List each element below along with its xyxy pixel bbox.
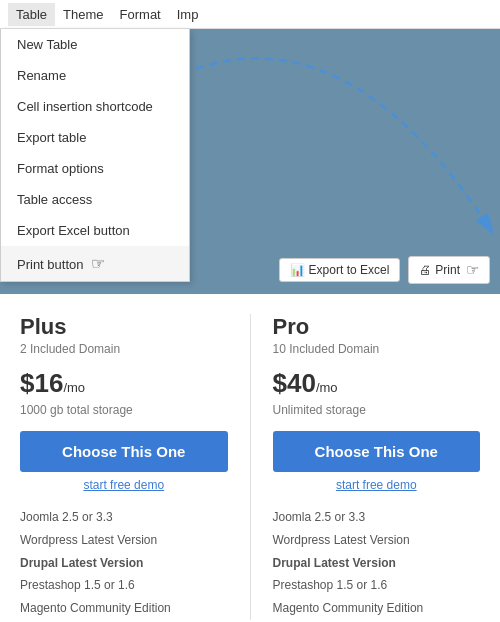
plan-pro-demo-link[interactable]: start free demo (273, 478, 481, 492)
plan-plus-included: 2 Included Domain (20, 342, 228, 356)
print-cursor-icon: ☞ (466, 261, 479, 279)
feature-item: Joomla 2.5 or 3.3 (20, 506, 228, 529)
plan-pro-price-row: $40/mo (273, 368, 481, 399)
plan-pro-name: Pro (273, 314, 481, 340)
plan-plus-card: Plus 2 Included Domain $16/mo 1000 gb to… (20, 314, 228, 620)
plan-pro-storage: Unlimited storage (273, 403, 481, 417)
plan-pro-features: Joomla 2.5 or 3.3 Wordpress Latest Versi… (273, 506, 481, 620)
plan-plus-price-row: $16/mo (20, 368, 228, 399)
menu-item-format-options[interactable]: Format options (1, 153, 189, 184)
print-icon: 🖨 (419, 263, 431, 277)
feature-item: Wordpress Latest Version (20, 529, 228, 552)
menu-format[interactable]: Format (112, 3, 169, 26)
menu-bar: Table Theme Format Imp (0, 0, 500, 29)
plan-pro-period: /mo (316, 380, 338, 395)
feature-item: Wordpress Latest Version (273, 529, 481, 552)
menu-item-rename[interactable]: Rename (1, 60, 189, 91)
plan-plus-features: Joomla 2.5 or 3.3 Wordpress Latest Versi… (20, 506, 228, 620)
print-button[interactable]: 🖨 Print ☞ (408, 256, 490, 284)
toolbar-buttons: 📊 Export to Excel 🖨 Print ☞ (279, 256, 490, 284)
plan-plus-demo-link[interactable]: start free demo (20, 478, 228, 492)
plan-pro-price: $40 (273, 368, 316, 398)
plan-pro-card: Pro 10 Included Domain $40/mo Unlimited … (273, 314, 481, 620)
plan-plus-storage: 1000 gb total storage (20, 403, 228, 417)
menu-item-cell-insertion[interactable]: Cell insertion shortcode (1, 91, 189, 122)
menu-table[interactable]: Table (8, 3, 55, 26)
menu-item-print-btn[interactable]: Print button ☞ (1, 246, 189, 281)
feature-item: Joomla 2.5 or 3.3 (273, 506, 481, 529)
pricing-area: Plus 2 Included Domain $16/mo 1000 gb to… (0, 294, 500, 622)
plan-pro-included: 10 Included Domain (273, 342, 481, 356)
cursor-icon: ☞ (91, 255, 105, 272)
feature-item: Magento Community Edition (20, 597, 228, 620)
menu-item-table-access[interactable]: Table access (1, 184, 189, 215)
feature-item: Prestashop 1.5 or 1.6 (273, 574, 481, 597)
menu-item-export-table[interactable]: Export table (1, 122, 189, 153)
plan-plus-price: $16 (20, 368, 63, 398)
menu-item-new-table[interactable]: New Table (1, 29, 189, 60)
feature-item: Drupal Latest Version (273, 552, 481, 575)
excel-icon: 📊 (290, 263, 305, 277)
feature-item: Magento Community Edition (273, 597, 481, 620)
card-divider (250, 314, 251, 620)
table-dropdown-menu: New Table Rename Cell insertion shortcod… (0, 29, 190, 282)
plan-plus-period: /mo (63, 380, 85, 395)
plan-pro-cta-button[interactable]: Choose This One (273, 431, 481, 472)
menu-item-export-excel-btn[interactable]: Export Excel button (1, 215, 189, 246)
plan-plus-name: Plus (20, 314, 228, 340)
menu-theme[interactable]: Theme (55, 3, 111, 26)
menu-import[interactable]: Imp (169, 3, 207, 26)
feature-item: Prestashop 1.5 or 1.6 (20, 574, 228, 597)
feature-item: Drupal Latest Version (20, 552, 228, 575)
export-excel-button[interactable]: 📊 Export to Excel (279, 258, 401, 282)
plan-plus-cta-button[interactable]: Choose This One (20, 431, 228, 472)
